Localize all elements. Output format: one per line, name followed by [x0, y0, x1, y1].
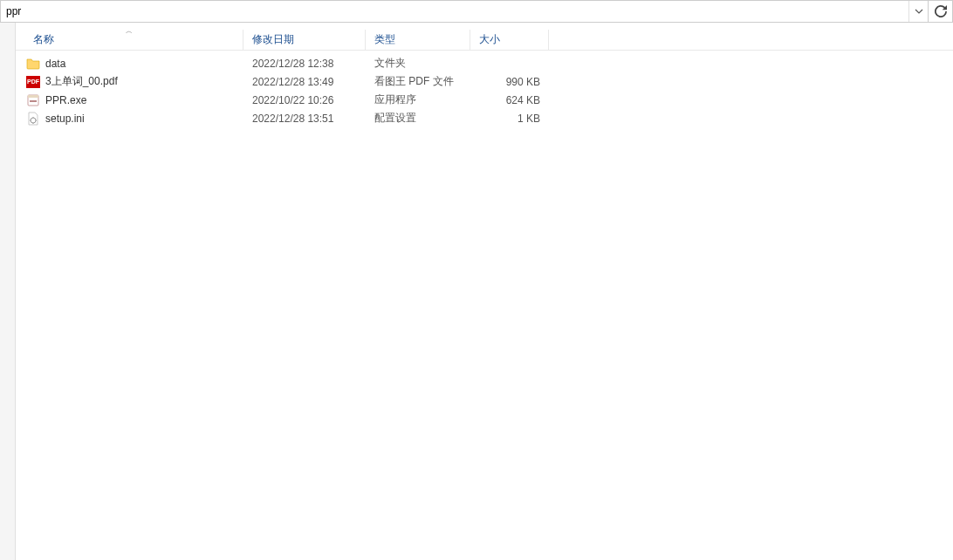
file-type: 应用程序 — [366, 92, 470, 107]
chevron-down-icon — [915, 7, 923, 16]
address-bar — [0, 0, 953, 23]
file-row[interactable]: data 2022/12/28 12:38 文件夹 — [16, 54, 953, 72]
refresh-button[interactable] — [928, 1, 952, 22]
file-list[interactable]: data 2022/12/28 12:38 文件夹 PDF 3上单词_00.pd… — [16, 51, 953, 127]
column-header-date-label: 修改日期 — [252, 32, 294, 47]
column-header-name-label: 名称 — [33, 32, 54, 47]
main-area: ︿ 名称 修改日期 类型 大小 data 2022/12/28 12:38 文件… — [0, 23, 953, 560]
address-dropdown-button[interactable] — [908, 1, 928, 22]
address-input[interactable] — [1, 1, 908, 22]
file-name: setup.ini — [45, 113, 85, 125]
file-size: 1 KB — [470, 113, 549, 125]
column-header-size[interactable]: 大小 — [470, 30, 549, 50]
file-name: PPR.exe — [45, 94, 86, 106]
file-type: 看图王 PDF 文件 — [366, 74, 470, 89]
svg-rect-2 — [30, 100, 37, 102]
file-date: 2022/12/28 13:51 — [243, 113, 366, 125]
file-date: 2022/12/28 13:49 — [243, 76, 366, 88]
columns-header: ︿ 名称 修改日期 类型 大小 — [16, 23, 953, 51]
exe-icon — [26, 93, 40, 107]
file-date: 2022/12/28 12:38 — [243, 58, 366, 70]
navigation-pane[interactable] — [0, 23, 16, 560]
file-name: data — [45, 58, 65, 70]
folder-icon — [26, 57, 40, 71]
pdf-icon: PDF — [26, 76, 40, 88]
column-header-type-label: 类型 — [374, 32, 395, 47]
file-list-pane: ︿ 名称 修改日期 类型 大小 data 2022/12/28 12:38 文件… — [16, 23, 953, 560]
column-header-name[interactable]: ︿ 名称 — [16, 30, 243, 50]
file-type: 文件夹 — [366, 56, 470, 71]
file-row[interactable]: PDF 3上单词_00.pdf 2022/12/28 13:49 看图王 PDF… — [16, 72, 953, 91]
file-name: 3上单词_00.pdf — [45, 74, 118, 89]
file-size: 624 KB — [470, 94, 549, 106]
sort-ascending-icon: ︿ — [126, 26, 133, 36]
column-header-size-label: 大小 — [479, 32, 500, 47]
refresh-icon — [935, 5, 947, 17]
svg-rect-1 — [28, 95, 38, 98]
column-header-date[interactable]: 修改日期 — [243, 30, 366, 50]
column-header-type[interactable]: 类型 — [366, 30, 470, 50]
file-row[interactable]: PPR.exe 2022/10/22 10:26 应用程序 624 KB — [16, 91, 953, 109]
file-row[interactable]: setup.ini 2022/12/28 13:51 配置设置 1 KB — [16, 109, 953, 127]
file-date: 2022/10/22 10:26 — [243, 94, 366, 106]
file-size: 990 KB — [470, 76, 549, 88]
ini-icon — [26, 112, 40, 126]
file-type: 配置设置 — [366, 111, 470, 126]
